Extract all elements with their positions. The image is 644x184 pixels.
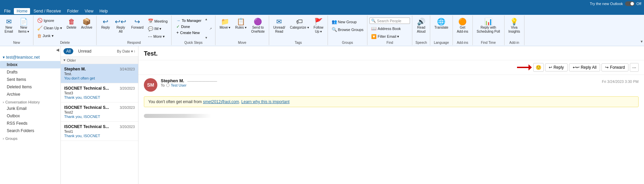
address-book-button[interactable]: 📖 Address Book: [369, 25, 410, 32]
ignore-button[interactable]: 🚫 Ignore: [35, 17, 64, 24]
menu-help[interactable]: Help: [97, 8, 111, 14]
qs-scroll-up[interactable]: ▲: [205, 18, 208, 21]
sidebar-item-drafts[interactable]: Drafts: [0, 68, 60, 76]
account-header[interactable]: ▾ test@teamisoc.net: [0, 54, 60, 61]
to-manager-label: To Manager: [182, 19, 201, 23]
junk-button[interactable]: 🗑 Junk ▾: [35, 32, 64, 39]
ribbon-group-find-time: 📊 Reply withScheduling Poll Find Time: [473, 16, 505, 45]
ribbon-group-find: 🔍 Search People 📖 Address Book 🔽 Filter …: [367, 16, 412, 45]
email-row-3: ISOCNET Technical S... 3/20/2023: [64, 105, 135, 110]
viva-insights-button[interactable]: 💡 VivaInsights: [507, 17, 522, 35]
sidebar-item-deleted-items[interactable]: Deleted Items: [0, 83, 60, 91]
sidebar-item-conversation-history[interactable]: › Conversation History: [0, 98, 60, 105]
to-manager-icon: →: [176, 18, 180, 23]
warning-email-link[interactable]: smet2012@aol.com: [203, 99, 239, 104]
sidebar-collapse-button[interactable]: ◀: [0, 46, 60, 54]
more-actions-button[interactable]: ···: [630, 63, 639, 72]
filter-all-button[interactable]: All: [63, 48, 73, 54]
svg-marker-1: [529, 64, 532, 70]
reply-scheduling-button[interactable]: 📊 Reply withScheduling Poll: [475, 17, 502, 35]
rules-button[interactable]: 📋 Rules ▾: [233, 17, 249, 31]
ribbon-group-addin: 💡 VivaInsights Add-in: [505, 16, 524, 45]
menu-send-receive[interactable]: Send / Receive: [31, 8, 63, 14]
move-group-buttons: 📁 Move ▾ 📋 Rules ▾ 🟣 Send toOneNote: [217, 17, 267, 40]
reply-action-button[interactable]: ↩ Reply: [545, 63, 568, 71]
create-new-button[interactable]: + Create New: [175, 30, 203, 36]
addin-group-label: Add-in: [509, 40, 519, 44]
menu-view[interactable]: View: [82, 8, 96, 14]
filter-email-button[interactable]: 🔽 Filter Email ▾: [369, 33, 410, 40]
menu-folder[interactable]: Folder: [65, 8, 81, 14]
categorize-button[interactable]: 🏷 Categorize ▾: [288, 17, 311, 31]
new-items-button[interactable]: 📄 NewItems ▾: [16, 17, 31, 35]
ignore-icon: 🚫: [37, 18, 43, 23]
email-item-3[interactable]: ISOCNET Technical S... 3/20/2023 Test2 T…: [61, 102, 138, 122]
email-item-4[interactable]: ISOCNET Technical S... 3/20/2023 Test1 T…: [61, 122, 138, 141]
sort-button[interactable]: By Date ▾ ↑: [117, 49, 135, 54]
reply-all-action-icon: ↩↩: [573, 65, 579, 70]
filter-unread-button[interactable]: Unread: [75, 48, 94, 54]
archive-button[interactable]: 📦 Archive: [79, 17, 94, 31]
reply-action-label: Reply: [553, 65, 564, 70]
email-sender-1: Stephen M.: [64, 67, 86, 71]
sidebar-item-sent-items[interactable]: Sent Items: [0, 76, 60, 83]
sidebar-groups-header[interactable]: › Groups: [0, 134, 60, 141]
sidebar-item-inbox[interactable]: Inbox: [0, 61, 60, 68]
sidebar-item-junk-email[interactable]: Junk Email: [0, 105, 60, 112]
ribbon-group-new: ✉ NewEmail 📄 NewItems ▾ New: [0, 16, 33, 45]
sidebar-item-search-folders[interactable]: Search Folders: [0, 127, 60, 134]
forward-action-button[interactable]: ↪ Forward: [601, 63, 628, 71]
forward-button[interactable]: ↪ Forward: [129, 17, 146, 31]
ribbon-group-groups: 👥 New Group 🔍 Browse Groups Groups: [328, 16, 368, 45]
scheduling-icon: 📊: [484, 18, 493, 25]
emoji-reaction-button[interactable]: 🙂: [533, 63, 544, 72]
menu-home[interactable]: Home: [14, 8, 30, 14]
meeting-button[interactable]: 📅 Meeting: [146, 18, 169, 25]
done-button[interactable]: ✓ Done: [175, 24, 203, 30]
clean-up-button[interactable]: 🧹 Clean Up ▾: [35, 25, 64, 32]
sidebar-item-outbox[interactable]: Outbox: [0, 112, 60, 120]
reply-all-action-button[interactable]: ↩↩ Reply All: [569, 63, 600, 71]
reply-button[interactable]: ↩ Reply: [99, 17, 112, 31]
more-respond-button[interactable]: ⋯ More ▾: [146, 33, 169, 40]
email-item-2[interactable]: ISOCNET Technical S... 3/20/2023 Test3 T…: [61, 83, 138, 102]
sidebar-item-rss-feeds[interactable]: RSS Feeds: [0, 120, 60, 127]
email-item-1[interactable]: Stephen M. 3/24/2023 Test. You don't oft…: [61, 64, 138, 83]
sent-items-label: Sent Items: [7, 77, 26, 82]
qs-dialog[interactable]: ↗: [208, 17, 213, 40]
sort-arrow-down: ▾: [131, 49, 133, 54]
categorize-label: Categorize ▾: [290, 26, 309, 30]
tags-group-label: Tags: [295, 40, 302, 44]
follow-up-button[interactable]: 🚩 FollowUp ▾: [312, 17, 326, 35]
create-new-label: Create New: [180, 31, 200, 35]
follow-up-icon: 🚩: [314, 18, 323, 25]
get-addins-label: GetAdd-ins: [457, 26, 468, 34]
read-aloud-button[interactable]: 🔊 ReadAloud: [414, 17, 428, 35]
new-email-button[interactable]: ✉ NewEmail: [2, 17, 16, 35]
sidebar-item-archive[interactable]: Archive: [0, 91, 60, 98]
delete-label: Delete: [67, 26, 76, 30]
email-subject-1: Test.: [64, 72, 135, 76]
unread-read-button[interactable]: ✉ Unread/Read: [271, 17, 287, 35]
ribbon-expand-button[interactable]: ▾: [639, 38, 644, 45]
to-user: Test User: [171, 83, 186, 87]
send-onenote-button[interactable]: 🟣 Send toOneNote: [249, 17, 267, 35]
reply-all-button[interactable]: ↩↩ ReplyAll: [113, 17, 128, 35]
move-button[interactable]: 📁 Move ▾: [217, 17, 232, 31]
outlook-toggle[interactable]: [625, 1, 635, 6]
warning-learn-link[interactable]: Learn why this is important: [241, 99, 290, 104]
browse-groups-button[interactable]: 🔍 Browse Groups: [330, 26, 365, 33]
qs-scroll-down[interactable]: ▼: [205, 36, 208, 39]
get-addins-button[interactable]: 🟠 GetAdd-ins: [455, 17, 470, 35]
translate-button[interactable]: 🌐 Translate: [432, 17, 450, 31]
ribbon-group-quick-steps: → To Manager ✓ Done + Create New ▲ ▼: [172, 16, 215, 45]
email-sender-4: ISOCNET Technical S...: [64, 124, 109, 129]
im-button[interactable]: 💬 IM ▾: [146, 25, 169, 32]
delete-group-label: Delete: [60, 40, 70, 44]
menu-file[interactable]: File: [1, 8, 13, 14]
to-manager-button[interactable]: → To Manager: [175, 18, 203, 24]
search-people-box[interactable]: 🔍 Search People: [369, 18, 410, 24]
new-group-button[interactable]: 👥 New Group: [330, 18, 365, 25]
delete-button[interactable]: 🗑 Delete: [65, 17, 78, 31]
try-new-outlook: Try the new Outlook: [590, 2, 623, 6]
